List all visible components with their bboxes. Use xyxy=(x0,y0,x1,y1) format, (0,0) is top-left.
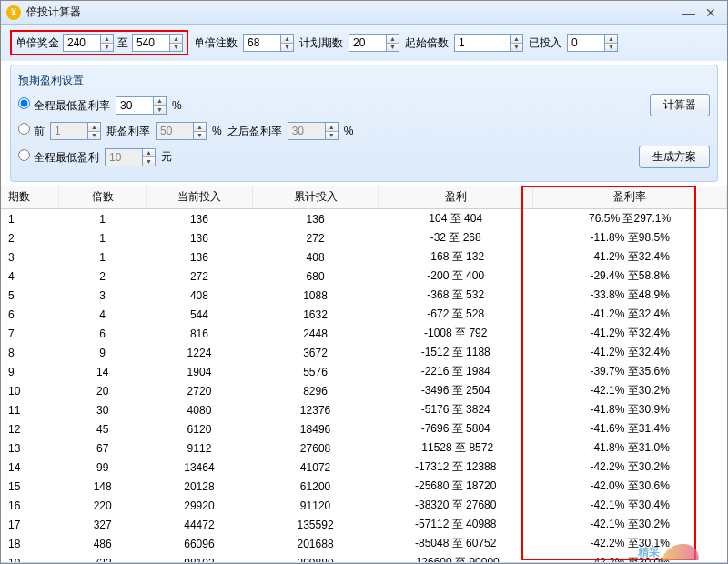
table-row[interactable]: 768162448-1008 至 792-41.2% 至32.4% xyxy=(1,324,727,343)
table-row[interactable]: 11136136104 至 40476.5% 至297.1% xyxy=(1,209,727,229)
col-header[interactable]: 当前投入 xyxy=(146,186,252,209)
opt2-val2[interactable]: ▲▼ xyxy=(156,122,207,140)
table-row[interactable]: 31136408-168 至 132-41.2% 至32.4% xyxy=(1,247,727,267)
cell: -41.2% 至32.4% xyxy=(533,343,727,362)
cell: -25680 至 18720 xyxy=(379,477,533,496)
cell: 327 xyxy=(59,515,147,534)
cell: -42.0% 至30.6% xyxy=(533,477,727,496)
cell: 99 xyxy=(59,458,147,477)
cell: 136 xyxy=(146,228,252,247)
cell: -29.4% 至58.8% xyxy=(533,267,727,286)
cell: -57112 至 40988 xyxy=(379,515,533,534)
table-row[interactable]: 645441632-672 至 528-41.2% 至32.4% xyxy=(1,305,727,324)
cell: 76.5% 至297.1% xyxy=(533,209,727,229)
cell: 14 xyxy=(1,458,59,477)
cell: -41.2% 至32.4% xyxy=(533,324,727,343)
cell: 16 xyxy=(1,496,59,515)
minimize-button[interactable]: — xyxy=(678,5,700,21)
opt1-radio[interactable]: 全程最低盈利率 xyxy=(18,97,110,114)
periods-label: 计划期数 xyxy=(299,35,343,51)
table-row[interactable]: 534081088-368 至 532-33.8% 至48.9% xyxy=(1,286,727,305)
cell: 11 xyxy=(1,400,59,419)
watermark: 精采 xyxy=(638,544,700,560)
cell: 220 xyxy=(59,496,147,515)
cell: -41.2% 至32.4% xyxy=(533,247,727,267)
cell: 680 xyxy=(252,267,378,286)
cell: -39.7% 至35.6% xyxy=(533,362,727,381)
cell: 7 xyxy=(1,324,59,343)
cell: 408 xyxy=(252,247,378,267)
col-header[interactable]: 盈利率 xyxy=(533,186,727,209)
table-row[interactable]: 1848666096201688-85048 至 60752-42.2% 至30… xyxy=(1,534,727,553)
cell: 29920 xyxy=(146,496,252,515)
cell: -41.6% 至31.4% xyxy=(533,419,727,438)
app-icon: ¥ xyxy=(6,5,21,20)
cell: 45 xyxy=(59,419,147,438)
cell: 816 xyxy=(146,324,252,343)
cell: 1904 xyxy=(146,362,252,381)
cell: -2216 至 1984 xyxy=(379,362,533,381)
invested-label: 已投入 xyxy=(529,35,561,51)
calculator-button[interactable]: 计算器 xyxy=(650,94,710,116)
cell: 5576 xyxy=(252,362,378,381)
cell: 66096 xyxy=(146,534,252,553)
table-row[interactable]: 102027208296-3496 至 2504-42.1% 至30.2% xyxy=(1,381,727,400)
to-label: 至 xyxy=(117,35,128,51)
cell: 3672 xyxy=(252,343,378,362)
cell: -200 至 400 xyxy=(379,267,533,286)
cell: 27608 xyxy=(252,438,378,458)
table-row[interactable]: 1130408012376-5176 至 3824-41.8% 至30.9% xyxy=(1,400,727,419)
cell: 6 xyxy=(59,324,147,343)
col-header[interactable]: 期数 xyxy=(1,186,59,209)
periods-input[interactable]: ▲▼ xyxy=(349,34,399,52)
cell: 1 xyxy=(59,228,147,247)
table-row[interactable]: 1732744472135592-57112 至 40988-42.1% 至30… xyxy=(1,515,727,534)
cell: -1512 至 1188 xyxy=(379,343,533,362)
cell: 1 xyxy=(59,247,147,267)
cell: 91120 xyxy=(252,496,378,515)
opt1-value[interactable]: ▲▼ xyxy=(116,96,167,115)
cell: 1 xyxy=(1,209,59,229)
table-row[interactable]: 21136272-32 至 268-11.8% 至98.5% xyxy=(1,228,727,247)
cell: 2 xyxy=(59,267,147,286)
col-header[interactable]: 累计投入 xyxy=(252,186,378,209)
table-row[interactable]: 42272680-200 至 400-29.4% 至58.8% xyxy=(1,267,727,286)
invested-input[interactable]: ▲▼ xyxy=(567,34,618,52)
opt2-val1[interactable]: ▲▼ xyxy=(50,122,101,140)
cell: 6 xyxy=(1,305,59,324)
bets-input[interactable]: ▲▼ xyxy=(243,34,294,52)
table-row[interactable]: 14991346441072-17312 至 12388-42.2% 至30.2… xyxy=(1,458,727,477)
table-row[interactable]: 1245612018496-7696 至 5804-41.6% 至31.4% xyxy=(1,419,727,438)
bonus-from-input[interactable]: ▲▼ xyxy=(63,34,114,52)
top-form: 单倍奖金 ▲▼ 至 ▲▼ 单倍注数 ▲▼ 计划期数 ▲▼ 起始倍数 ▲▼ 已投入… xyxy=(1,25,727,61)
bonus-highlight: 单倍奖金 ▲▼ 至 ▲▼ xyxy=(10,30,188,55)
cell: 18496 xyxy=(252,419,378,438)
opt2-radio[interactable]: 前 xyxy=(18,123,45,139)
table-row[interactable]: 91419045576-2216 至 1984-39.7% 至35.6% xyxy=(1,362,727,381)
cell: 136 xyxy=(146,209,252,229)
cell: 15 xyxy=(1,477,59,496)
bonus-to-input[interactable]: ▲▼ xyxy=(132,34,183,52)
cell: 18 xyxy=(1,534,59,553)
bonus-label: 单倍奖金 xyxy=(15,35,59,51)
cell: 61200 xyxy=(252,477,378,496)
cell: 4 xyxy=(1,267,59,286)
table-row[interactable]: 151482012861200-25680 至 18720-42.0% 至30.… xyxy=(1,477,727,496)
opt2-val3[interactable]: ▲▼ xyxy=(288,122,339,140)
opt3-radio[interactable]: 全程最低盈利 xyxy=(18,149,99,166)
cell: 1632 xyxy=(252,305,378,324)
table-row[interactable]: 162202992091120-38320 至 27680-42.1% 至30.… xyxy=(1,496,727,515)
cell: 6120 xyxy=(146,419,252,438)
cell: -672 至 528 xyxy=(379,305,533,324)
col-header[interactable]: 倍数 xyxy=(59,186,147,209)
cell: 8 xyxy=(1,343,59,362)
opt3-value[interactable]: ▲▼ xyxy=(105,148,156,166)
generate-button[interactable]: 生成方案 xyxy=(639,146,710,168)
cell: 10 xyxy=(1,381,59,400)
start-input[interactable]: ▲▼ xyxy=(454,34,523,52)
table-row[interactable]: 1367911227608-11528 至 8572-41.8% 至31.0% xyxy=(1,438,727,458)
close-button[interactable]: ✕ xyxy=(700,5,722,21)
col-header[interactable]: 盈利 xyxy=(379,186,533,209)
table-row[interactable]: 8912243672-1512 至 1188-41.2% 至32.4% xyxy=(1,343,727,362)
cell: 408 xyxy=(146,286,252,305)
